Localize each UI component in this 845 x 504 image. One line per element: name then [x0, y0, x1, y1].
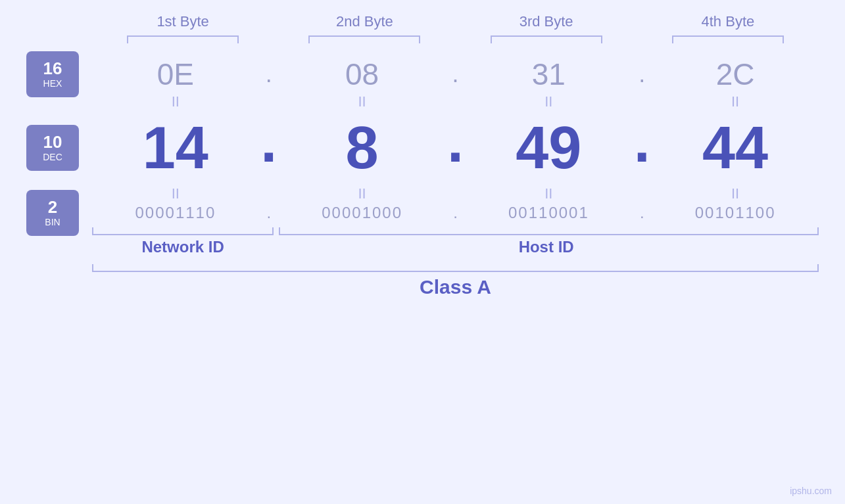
- bin-val-1: 00001110: [92, 204, 259, 222]
- bin-badge: 2 BIN: [26, 190, 79, 236]
- byte2-header: 2nd Byte: [274, 13, 455, 30]
- eq1-3: II: [466, 95, 633, 109]
- class-bracket: [92, 264, 819, 272]
- eq1-2: II: [279, 95, 446, 109]
- dec-base-label: DEC: [43, 152, 62, 162]
- bottom-section: Network ID Host ID: [26, 227, 819, 256]
- byte3-header: 3rd Byte: [456, 13, 637, 30]
- bracket-network: [92, 227, 274, 235]
- data-section: 16 HEX 0E . 08 . 31 . 2C II II II II 10 …: [26, 57, 819, 222]
- bracket-top-2: [308, 35, 420, 43]
- dot-hex-1: .: [259, 60, 279, 88]
- network-id-label: Network ID: [92, 238, 274, 256]
- dec-row: 10 DEC 14 . 8 . 49 . 44: [92, 112, 819, 184]
- dec-base-num: 10: [43, 133, 62, 150]
- id-labels: Network ID Host ID: [92, 238, 819, 256]
- dot-dec-1: .: [259, 112, 279, 184]
- dot-hex-3: .: [632, 60, 652, 88]
- byte-headers: 1st Byte 2nd Byte 3rd Byte 4th Byte: [26, 13, 819, 30]
- hex-val-1: 0E: [92, 57, 259, 92]
- hex-badge: 16 HEX: [26, 51, 79, 97]
- eq2-3: II: [466, 187, 633, 201]
- dot-dec-2: .: [446, 112, 466, 184]
- bottom-brackets: [92, 227, 819, 235]
- eq2-4: II: [652, 187, 819, 201]
- host-id-label: Host ID: [274, 238, 819, 256]
- bin-base-num: 2: [48, 198, 57, 216]
- eq2-2: II: [279, 187, 446, 201]
- bin-val-2: 00001000: [279, 204, 446, 222]
- dec-val-4: 44: [652, 114, 819, 182]
- hex-row: 16 HEX 0E . 08 . 31 . 2C: [92, 57, 819, 92]
- class-section: Class A: [26, 264, 819, 298]
- hex-val-3: 31: [466, 57, 633, 92]
- dec-val-3: 49: [466, 114, 633, 182]
- equals-row-1: II II II II: [92, 95, 819, 109]
- dot-bin-1: .: [259, 204, 279, 222]
- dec-badge: 10 DEC: [26, 125, 79, 171]
- class-label: Class A: [92, 276, 819, 298]
- byte4-header: 4th Byte: [637, 13, 819, 30]
- hex-val-4: 2C: [652, 57, 819, 92]
- hex-base-label: HEX: [43, 78, 62, 89]
- equals-row-2: II II II II: [92, 187, 819, 201]
- bin-row: 2 BIN 00001110 . 00001000 . 00110001 . 0…: [92, 204, 819, 222]
- main-container: 1st Byte 2nd Byte 3rd Byte 4th Byte 16 H…: [0, 0, 845, 504]
- eq1-1: II: [92, 95, 259, 109]
- dot-bin-3: .: [632, 204, 652, 222]
- bin-val-3: 00110001: [466, 204, 633, 222]
- dot-dec-3: .: [632, 112, 652, 184]
- bracket-top-3: [491, 35, 602, 43]
- bin-val-4: 00101100: [652, 204, 819, 222]
- eq2-1: II: [92, 187, 259, 201]
- bracket-top-1: [127, 35, 239, 43]
- watermark: ipshu.com: [790, 486, 832, 496]
- eq1-4: II: [652, 95, 819, 109]
- bracket-top-4: [672, 35, 784, 43]
- byte1-header: 1st Byte: [92, 13, 274, 30]
- dot-hex-2: .: [446, 60, 466, 88]
- dec-val-2: 8: [279, 114, 446, 182]
- hex-val-2: 08: [279, 57, 446, 92]
- top-brackets: [26, 35, 819, 43]
- bin-base-label: BIN: [45, 217, 60, 227]
- dec-val-1: 14: [92, 114, 259, 182]
- bracket-host: [279, 227, 819, 235]
- dot-bin-2: .: [446, 204, 466, 222]
- hex-base-num: 16: [43, 60, 62, 77]
